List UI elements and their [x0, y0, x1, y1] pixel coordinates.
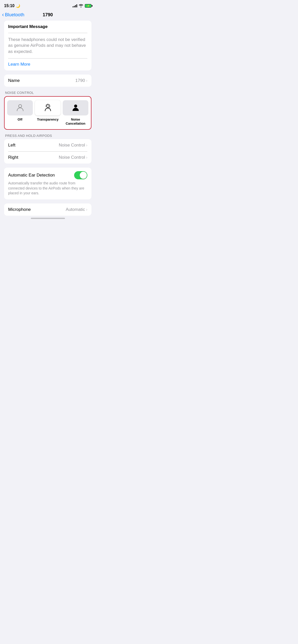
press-hold-section: PRESS AND HOLD AIRPODS Left Noise Contro…: [4, 134, 91, 164]
press-hold-left-label: Left: [8, 143, 15, 148]
back-label: Bluetooth: [5, 12, 24, 18]
page-title: 1790: [43, 12, 53, 18]
battery-bolt: ⚡: [87, 5, 90, 7]
auto-ear-detection-row: Automatic Ear Detection: [8, 171, 87, 179]
name-chevron-icon: ›: [86, 78, 87, 83]
important-message-title-section: Important Message: [4, 21, 91, 33]
status-bar: 15:10 🌙 ⚡: [0, 0, 96, 10]
battery-icon: ⚡: [85, 4, 91, 8]
svg-point-4: [50, 106, 50, 106]
noise-option-transparency[interactable]: Transparency: [35, 100, 61, 125]
noise-cancellation-icon-wrap: [63, 100, 88, 115]
svg-point-3: [49, 105, 49, 105]
status-icons: ⚡: [73, 4, 91, 8]
svg-point-6: [46, 105, 46, 105]
moon-icon: 🌙: [16, 4, 20, 8]
press-hold-left-chevron-icon: ›: [86, 143, 87, 148]
auto-ear-detection-card: Automatic Ear Detection Automatically tr…: [4, 168, 91, 199]
press-hold-right-value-group: Noise Control ›: [59, 155, 87, 160]
noise-transparency-icon: [43, 103, 52, 112]
auto-ear-description: Automatically transfer the audio route f…: [8, 181, 87, 196]
status-time: 15:10 🌙: [4, 4, 20, 8]
signal-icon: [73, 4, 77, 7]
name-value-group: 1790 ›: [75, 78, 87, 83]
noise-control-section-label: NOISE CONTROL: [4, 91, 91, 96]
auto-ear-toggle[interactable]: [74, 171, 87, 179]
microphone-value-group: Automatic ›: [66, 207, 87, 212]
press-hold-section-label: PRESS AND HOLD AIRPODS: [4, 134, 91, 139]
main-content: Important Message These headphones could…: [0, 21, 96, 216]
press-hold-right-chevron-icon: ›: [86, 155, 87, 160]
microphone-value: Automatic: [66, 207, 85, 212]
noise-off-label: Off: [18, 118, 22, 122]
home-bar: [31, 218, 65, 219]
noise-control-card: Off: [4, 96, 91, 129]
name-row[interactable]: Name 1790 ›: [4, 75, 91, 87]
noise-option-cancellation[interactable]: Noise Cancellation: [63, 100, 88, 125]
noise-off-icon-wrap: [7, 100, 33, 115]
noise-cancellation-label: Noise Cancellation: [63, 118, 88, 125]
home-indicator: [0, 216, 96, 220]
microphone-chevron-icon: ›: [86, 207, 87, 212]
noise-cancellation-icon: [71, 103, 80, 112]
noise-control-section: NOISE CONTROL Off: [4, 91, 91, 129]
important-message-title: Important Message: [8, 24, 48, 29]
time-label: 15:10: [4, 4, 15, 8]
press-hold-right-row[interactable]: Right Noise Control ›: [4, 151, 91, 164]
toggle-knob: [80, 172, 87, 179]
svg-point-7: [45, 106, 46, 106]
press-hold-left-value: Noise Control: [59, 143, 85, 148]
microphone-row[interactable]: Microphone Automatic ›: [4, 203, 91, 216]
important-message-card: Important Message These headphones could…: [4, 21, 91, 70]
noise-transparency-icon-wrap: [35, 100, 61, 115]
svg-point-5: [49, 107, 49, 108]
noise-off-icon: [16, 103, 25, 112]
press-hold-left-row[interactable]: Left Noise Control ›: [4, 139, 91, 151]
learn-more-section[interactable]: Learn More: [4, 58, 91, 70]
svg-point-8: [74, 105, 77, 108]
back-button[interactable]: ‹ Bluetooth: [2, 12, 24, 18]
press-hold-right-value: Noise Control: [59, 155, 85, 160]
press-hold-card: Left Noise Control › Right Noise Control…: [4, 139, 91, 164]
important-message-body: These headphones could not be verified a…: [8, 37, 87, 55]
name-value: 1790: [75, 78, 85, 83]
svg-point-1: [46, 105, 49, 108]
press-hold-right-label: Right: [8, 155, 18, 160]
svg-point-2: [47, 104, 48, 104]
noise-options-group: Off: [7, 100, 88, 125]
auto-ear-label: Automatic Ear Detection: [8, 173, 55, 178]
important-message-body-section: These headphones could not be verified a…: [4, 33, 91, 58]
wifi-icon: [79, 4, 83, 8]
back-chevron-icon: ‹: [2, 12, 4, 18]
svg-point-0: [19, 105, 22, 108]
press-hold-left-value-group: Noise Control ›: [59, 143, 87, 148]
noise-option-off[interactable]: Off: [7, 100, 33, 125]
name-label: Name: [8, 78, 20, 83]
microphone-label: Microphone: [8, 207, 31, 212]
learn-more-link[interactable]: Learn More: [8, 62, 30, 67]
nav-header: ‹ Bluetooth 1790: [0, 10, 96, 21]
noise-transparency-label: Transparency: [37, 118, 59, 122]
